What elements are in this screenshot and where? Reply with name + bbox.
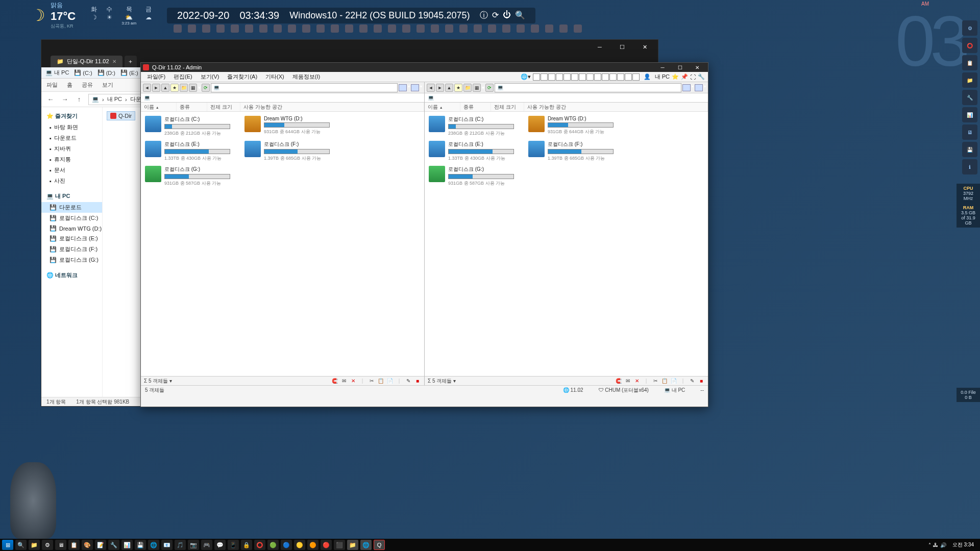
- explorer-titlebar[interactable]: ─ ☐ ✕: [41, 40, 658, 54]
- tray-chevron-icon[interactable]: ˄: [928, 542, 931, 548]
- col-name[interactable]: 이름 ▲: [425, 103, 460, 111]
- layout-btn[interactable]: [548, 73, 555, 81]
- gadget-icon[interactable]: 🖥: [962, 124, 977, 140]
- tray-icon[interactable]: [345, 24, 353, 33]
- tray-icon[interactable]: [316, 24, 325, 33]
- crumb-pc[interactable]: 내 PC: [107, 95, 122, 103]
- layout-btn[interactable]: [533, 73, 540, 81]
- favbar-item[interactable]: (C:): [74, 69, 92, 76]
- ribbon-home[interactable]: 홈: [67, 81, 72, 89]
- pane-view-btn[interactable]: [695, 84, 703, 91]
- drive-item[interactable]: Dream WTG (D:) 931GB 중 644GB 사용 가능: [526, 114, 616, 139]
- tray-icon[interactable]: [402, 24, 410, 33]
- layout-btn[interactable]: [541, 73, 548, 81]
- forward-button[interactable]: →: [60, 95, 70, 103]
- sidebar-item[interactable]: ▪사진: [41, 176, 102, 186]
- taskbar-app-active[interactable]: Q: [374, 540, 385, 550]
- edit-icon[interactable]: ✎: [689, 378, 696, 384]
- taskbar-app[interactable]: ⭕: [254, 540, 265, 550]
- ribbon-view[interactable]: 보기: [102, 81, 113, 89]
- sidebar-item[interactable]: ▪바탕 화면: [41, 122, 102, 133]
- col-total[interactable]: 전체 크기: [491, 103, 524, 111]
- forward-button[interactable]: ►: [152, 84, 160, 92]
- favbar-item[interactable]: 내 PC: [45, 69, 69, 77]
- layout-btn[interactable]: [579, 73, 586, 81]
- tray-icon[interactable]: [231, 24, 239, 33]
- menu-extras[interactable]: 기타(X): [262, 72, 287, 82]
- tray-icon[interactable]: [431, 24, 439, 33]
- tray-icon[interactable]: [474, 24, 482, 33]
- magnet-icon[interactable]: 🧲: [615, 378, 622, 384]
- pane-address[interactable]: 💻내 PC: [495, 83, 681, 92]
- up-button[interactable]: ▲: [445, 84, 453, 92]
- gadget-icon[interactable]: 📊: [962, 107, 977, 122]
- stop-icon[interactable]: ■: [698, 378, 705, 384]
- layout-btn[interactable]: [571, 73, 578, 81]
- minimize-button[interactable]: ─: [654, 63, 671, 72]
- sidebar-item[interactable]: ▪지바퀴: [41, 143, 102, 154]
- tray-icon[interactable]: [288, 24, 296, 33]
- taskbar-app-active[interactable]: 🌐: [360, 540, 372, 550]
- edit-icon[interactable]: ✎: [405, 378, 412, 384]
- taskbar-app[interactable]: 💬: [214, 540, 226, 550]
- tray-icon[interactable]: [545, 24, 553, 33]
- taskbar-app[interactable]: ⬛: [334, 540, 345, 550]
- cut-icon[interactable]: ✂: [368, 378, 375, 384]
- taskbar-app-active[interactable]: 📁: [347, 540, 358, 550]
- gadget-icon[interactable]: ℹ: [962, 159, 977, 174]
- taskbar-app[interactable]: 📁: [29, 540, 40, 550]
- taskbar-app[interactable]: 🖥: [55, 540, 66, 550]
- ribbon-share[interactable]: 공유: [82, 81, 93, 89]
- search-icon[interactable]: 🔍: [515, 10, 525, 21]
- tray-icon[interactable]: [531, 24, 539, 33]
- paste-icon[interactable]: 📄: [670, 378, 677, 384]
- wrench-icon[interactable]: 🔧: [698, 73, 705, 80]
- col-total[interactable]: 전체 크기: [207, 103, 240, 111]
- menu-file[interactable]: 파일(F): [144, 72, 168, 82]
- delete-icon[interactable]: ✕: [350, 378, 357, 384]
- sidebar-network[interactable]: 🌐 네트워크: [41, 269, 102, 281]
- menu-edit[interactable]: 편집(E): [170, 72, 195, 82]
- star-button[interactable]: ★: [454, 84, 462, 92]
- layout-btn[interactable]: [556, 73, 563, 81]
- tray-icon[interactable]: [302, 24, 310, 33]
- file-qdir[interactable]: Q-Dir: [107, 111, 135, 120]
- gadget-icon[interactable]: 📁: [962, 72, 977, 88]
- layout-btn[interactable]: [564, 73, 571, 81]
- taskbar-app[interactable]: 🎨: [82, 540, 93, 550]
- taskbar-app[interactable]: 📝: [95, 540, 106, 550]
- tray-network-icon[interactable]: 🖧: [933, 542, 938, 548]
- mail-icon[interactable]: ✉: [624, 378, 631, 384]
- stop-icon[interactable]: ■: [414, 378, 421, 384]
- weather-widget[interactable]: ☽ 맑음 17°C 심곡동, KR: [31, 1, 76, 30]
- favbar-item[interactable]: (D:): [97, 69, 115, 76]
- tray-icon[interactable]: [559, 24, 568, 33]
- sidebar-item[interactable]: ▪휴지통: [41, 154, 102, 165]
- layout-btn[interactable]: [632, 73, 640, 81]
- tray-icon[interactable]: [174, 24, 182, 33]
- mail-icon[interactable]: ✉: [340, 378, 348, 384]
- tray-icon[interactable]: [459, 24, 468, 33]
- layout-btn[interactable]: [602, 73, 609, 81]
- menu-view[interactable]: 보기(V): [198, 72, 223, 82]
- star-button[interactable]: ★: [170, 84, 179, 92]
- pane-address[interactable]: 💻내 PC: [211, 83, 398, 92]
- sidebar-item[interactable]: 💾로컬디스크 (E:): [41, 233, 102, 244]
- tray-icon[interactable]: [445, 24, 453, 33]
- taskbar-app[interactable]: 🌐: [148, 540, 159, 550]
- tray-icon[interactable]: [374, 24, 382, 33]
- close-button[interactable]: ✕: [633, 40, 656, 54]
- taskbar-app[interactable]: 🎮: [201, 540, 212, 550]
- copy-icon[interactable]: 📋: [377, 378, 384, 384]
- magnet-icon[interactable]: 🧲: [331, 378, 338, 384]
- pane-tab[interactable]: 💻내 PC: [425, 93, 708, 103]
- back-button[interactable]: ←: [45, 95, 56, 103]
- pane-view-btn[interactable]: [411, 84, 419, 91]
- globe-icon[interactable]: 🌐▾: [521, 73, 531, 80]
- tray-icon[interactable]: [259, 24, 267, 33]
- copy-icon[interactable]: 📋: [661, 378, 668, 384]
- taskbar-app[interactable]: 📋: [68, 540, 80, 550]
- tray-icon[interactable]: [202, 24, 210, 33]
- sidebar-item[interactable]: 💾로컬디스크 (F:): [41, 244, 102, 255]
- tray-icon[interactable]: [245, 24, 253, 33]
